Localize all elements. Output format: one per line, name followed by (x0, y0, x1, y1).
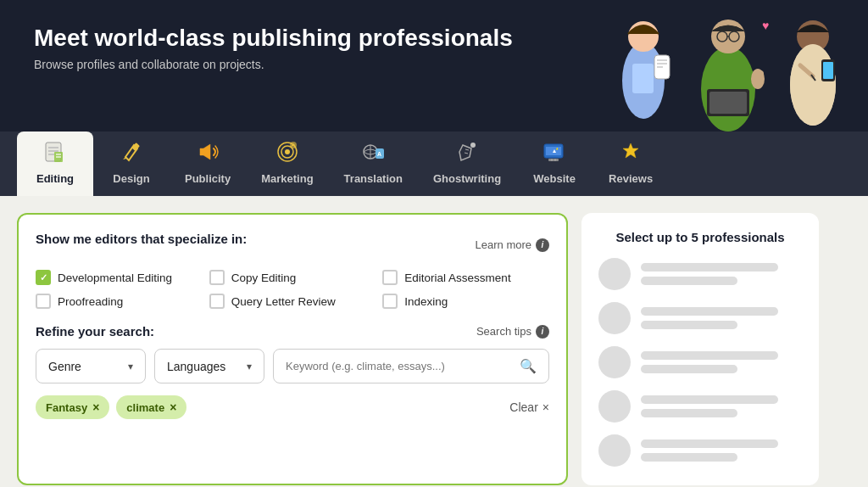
nav-tabs: EditingDesignPublicityMarketingATranslat… (0, 132, 868, 196)
checkbox-label-query-letter: Query Letter Review (231, 295, 336, 308)
genre-dropdown[interactable]: Genre ▾ (36, 349, 146, 383)
checkboxes-grid: Developmental EditingCopy EditingEditori… (36, 270, 549, 309)
learn-more-link[interactable]: Learn more i (476, 238, 549, 252)
skeleton-line-name (641, 395, 778, 404)
svg-point-34 (285, 149, 290, 154)
languages-chevron-icon: ▾ (247, 361, 252, 372)
skeleton-line-name (641, 307, 778, 316)
svg-point-19 (790, 44, 836, 126)
tag-close-climate[interactable]: × (170, 400, 176, 414)
tab-label-ghostwriting: Ghostwriting (433, 172, 501, 185)
tab-marketing[interactable]: Marketing (246, 132, 328, 196)
languages-dropdown[interactable]: Languages ▾ (154, 349, 264, 383)
tag-fantasy: Fantasy× (36, 395, 109, 419)
filter-header-row: Show me editors that specialize in: Lear… (36, 232, 549, 258)
tag-close-fantasy[interactable]: × (92, 400, 99, 414)
right-panel: Select up to 5 professionals (581, 213, 819, 485)
genre-chevron-icon: ▾ (128, 361, 133, 372)
search-tips-link[interactable]: Search tips i (476, 325, 549, 339)
checkbox-label-proofreading: Proofreading (58, 295, 123, 308)
keyword-input[interactable] (286, 360, 513, 372)
tab-label-editing: Editing (36, 172, 74, 185)
svg-line-40 (465, 149, 469, 150)
skeleton-lines (641, 351, 802, 373)
checkbox-box-copy-editing[interactable] (209, 270, 225, 285)
checkbox-label-copy-editing: Copy Editing (231, 271, 297, 284)
clear-button[interactable]: Clear× (509, 400, 549, 414)
svg-line-41 (465, 153, 468, 154)
skeleton-professional-item (598, 346, 802, 378)
checkbox-editorial-assessment[interactable]: Editorial Assessment (382, 270, 549, 285)
tab-editing[interactable]: Editing (17, 132, 93, 196)
checkbox-box-query-letter[interactable] (209, 294, 225, 309)
header-title: Meet world-class publishing professional… (34, 24, 610, 53)
skeleton-avatar (598, 302, 631, 334)
info-icon: i (536, 238, 549, 252)
dropdowns-row: Genre ▾ Languages ▾ 🔍 (36, 349, 549, 383)
svg-text:♥: ♥ (762, 19, 769, 32)
checkbox-label-editorial-assessment: Editorial Assessment (404, 271, 510, 284)
search-tips-label: Search tips (476, 325, 531, 338)
tab-label-translation: Translation (344, 172, 403, 185)
svg-rect-45 (548, 159, 559, 161)
clear-icon: × (542, 400, 549, 414)
skeleton-professional-item (598, 390, 802, 423)
filter-section-title: Show me editors that specialize in: (36, 232, 247, 246)
checkbox-box-indexing[interactable] (382, 294, 398, 309)
tab-icon-publicity (195, 140, 220, 169)
svg-rect-31 (131, 143, 140, 151)
search-icon[interactable]: 🔍 (520, 358, 537, 374)
checkbox-dev-editing[interactable]: Developmental Editing (36, 270, 203, 285)
skeleton-lines (641, 395, 802, 417)
illustration-svg: ♥ (597, 4, 851, 132)
tab-icon-design (119, 140, 144, 169)
tab-icon-website (542, 140, 567, 169)
skeleton-line-detail (641, 321, 737, 329)
tab-publicity[interactable]: Publicity (170, 132, 246, 196)
languages-label: Languages (167, 360, 225, 373)
tab-reviews[interactable]: Reviews (593, 132, 669, 196)
checkbox-copy-editing[interactable]: Copy Editing (209, 270, 376, 285)
tab-icon-reviews (618, 140, 643, 169)
tab-label-marketing: Marketing (261, 172, 313, 185)
svg-rect-15 (754, 70, 764, 77)
tab-label-design: Design (113, 172, 149, 185)
tag-label-climate: climate (126, 401, 164, 414)
header: Meet world-class publishing professional… (0, 0, 868, 132)
skeleton-lines (641, 263, 802, 285)
skeleton-list (598, 258, 802, 467)
skeleton-professional-item (598, 258, 802, 290)
skeleton-line-name (641, 439, 778, 448)
search-tips-info-icon: i (536, 325, 549, 339)
checkbox-proofreading[interactable]: Proofreading (36, 294, 203, 309)
tab-label-reviews: Reviews (609, 172, 653, 185)
skeleton-avatar (598, 434, 631, 467)
svg-text:A: A (377, 151, 381, 157)
tab-label-website: Website (533, 172, 576, 185)
checkbox-box-editorial-assessment[interactable] (382, 270, 398, 285)
svg-rect-21 (823, 62, 833, 79)
skeleton-line-detail (641, 453, 737, 462)
skeleton-avatar (598, 258, 631, 290)
checkbox-box-proofreading[interactable] (36, 294, 51, 309)
tab-icon-translation: A (360, 140, 386, 169)
tab-ghostwriting[interactable]: Ghostwriting (418, 132, 516, 196)
tab-website[interactable]: Website (516, 132, 593, 196)
skeleton-line-name (641, 351, 778, 360)
skeleton-line-detail (641, 277, 737, 285)
refine-row: Refine your search: Search tips i (36, 324, 549, 339)
skeleton-professional-item (598, 302, 802, 334)
tab-translation[interactable]: ATranslation (329, 132, 418, 196)
skeleton-avatar (598, 346, 631, 378)
svg-rect-2 (632, 64, 654, 93)
checkbox-indexing[interactable]: Indexing (382, 294, 549, 309)
svg-marker-48 (623, 143, 638, 158)
svg-point-42 (470, 143, 476, 148)
tab-icon-marketing (275, 140, 300, 169)
checkbox-box-dev-editing[interactable] (36, 270, 51, 285)
tab-icon-ghostwriting (454, 140, 480, 169)
tab-design[interactable]: Design (93, 132, 170, 196)
skeleton-line-detail (641, 365, 737, 373)
skeleton-line-detail (641, 409, 737, 417)
checkbox-query-letter[interactable]: Query Letter Review (209, 294, 376, 309)
